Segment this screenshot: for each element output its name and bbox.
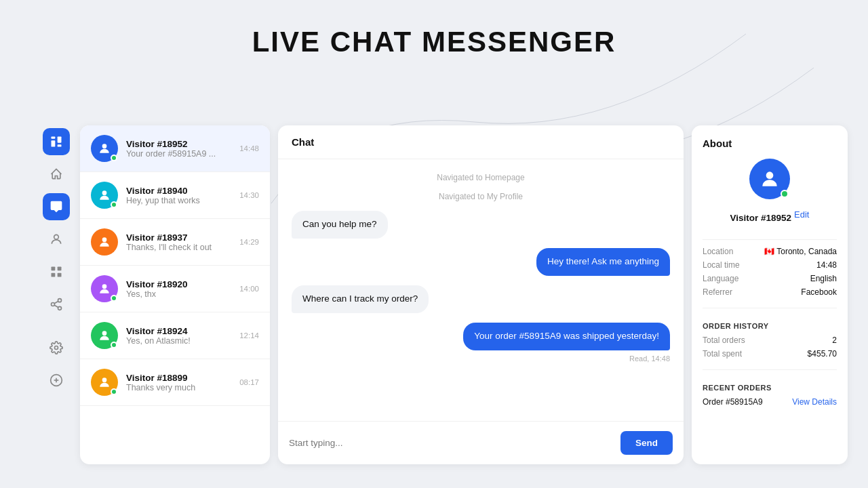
sidebar-item-chat[interactable] (43, 193, 70, 220)
flag-icon: 🇨🇦 (764, 247, 774, 256)
svg-point-20 (102, 237, 107, 242)
svg-rect-8 (57, 273, 61, 277)
svg-line-12 (54, 305, 58, 307)
message-bubble-outgoing: Hey there! Ask me anything (536, 248, 670, 276)
message-bubble-outgoing: Your order #58915A9 was shipped yesterda… (463, 323, 670, 350)
sidebar-item-home[interactable] (43, 161, 70, 188)
conv-info: Visitor #18952 Your order #58915A9 ... (126, 139, 231, 159)
online-indicator (781, 190, 789, 198)
svg-rect-6 (57, 267, 61, 271)
svg-rect-0 (51, 137, 55, 139)
avatar (91, 275, 118, 302)
avatar (91, 322, 118, 349)
about-visitor-name: Visitor #18952 (730, 213, 792, 223)
avatar (91, 135, 118, 162)
svg-rect-1 (51, 140, 55, 146)
about-edit-link[interactable]: Edit (794, 209, 809, 220)
avatar (91, 228, 118, 256)
conv-info: Visitor #18940 Hey, yup that works (126, 186, 231, 205)
conv-name: Visitor #18920 (126, 279, 231, 289)
online-dot (111, 201, 117, 208)
order-id: Order #58915A9 (703, 397, 763, 407)
svg-point-18 (102, 144, 107, 148)
svg-point-14 (54, 346, 58, 350)
conversation-item-18899[interactable]: Visitor #18899 Thanks very much 08:17 (80, 359, 270, 406)
svg-rect-7 (51, 273, 55, 277)
svg-point-19 (102, 190, 107, 195)
sidebar-item-add[interactable] (43, 367, 70, 394)
conv-preview: Thanks very much (126, 383, 231, 392)
conv-name: Visitor #18924 (126, 326, 231, 336)
svg-point-10 (51, 303, 54, 306)
conversation-item-18920[interactable]: Visitor #18920 Yes, thx 14:00 (80, 266, 270, 312)
about-panel: About Visitor #18952 Edit Location 🇨🇦 To… (692, 125, 848, 464)
localtime-label: Local time (703, 260, 740, 270)
svg-point-4 (54, 235, 58, 239)
chat-messages: Navigated to HomepageNavigated to My Pro… (278, 159, 684, 421)
chat-header: Chat (278, 125, 684, 159)
conv-preview: Hey, yup that works (126, 196, 231, 205)
localtime-value: 14:48 (816, 260, 837, 270)
chat-input-area: Send (278, 421, 684, 464)
send-button[interactable]: Send (620, 431, 673, 455)
total-orders-label: Total orders (703, 336, 745, 345)
conv-info: Visitor #18899 Thanks very much (126, 373, 231, 392)
avatar (91, 182, 118, 209)
conversation-item-18952[interactable]: Visitor #18952 Your order #58915A9 ... 1… (80, 125, 270, 172)
svg-point-23 (102, 378, 107, 382)
divider-1 (703, 239, 837, 240)
conv-time: 14:29 (239, 238, 259, 246)
svg-point-21 (102, 284, 107, 289)
conv-preview: Your order #58915A9 ... (126, 149, 231, 159)
sidebar-item-settings[interactable] (43, 334, 70, 361)
page-title: LIVE CHAT MESSENGER (252, 26, 616, 58)
message-bubble-incoming: Can you help me? (292, 211, 388, 239)
svg-rect-3 (57, 144, 61, 146)
read-receipt: Read, 14:48 (629, 354, 670, 363)
conv-info: Visitor #18937 Thanks, I'll check it out (126, 232, 231, 252)
about-location-row: Location 🇨🇦 Toronto, Canada (703, 247, 837, 256)
conv-time: 12:14 (239, 331, 259, 340)
about-language-row: Language English (703, 274, 837, 283)
referrer-value: Facebook (801, 287, 837, 297)
chat-input[interactable] (289, 438, 614, 448)
total-spent-label: Total spent (703, 349, 742, 359)
language-label: Language (703, 274, 738, 283)
svg-point-11 (58, 306, 61, 310)
conversation-item-18924[interactable]: Visitor #18924 Yes, on Atlasmic! 12:14 (80, 312, 270, 359)
total-spent-value: $455.70 (808, 349, 837, 359)
about-referrer-row: Referrer Facebook (703, 287, 837, 297)
conversation-item-18937[interactable]: Visitor #18937 Thanks, I'll check it out… (80, 219, 270, 266)
conv-name: Visitor #18940 (126, 186, 231, 196)
referrer-label: Referrer (703, 287, 732, 297)
svg-point-9 (58, 299, 61, 302)
about-header: About (703, 138, 837, 149)
conv-info: Visitor #18924 Yes, on Atlasmic! (126, 326, 231, 346)
conv-name: Visitor #18952 (126, 139, 231, 149)
conv-name: Visitor #18899 (126, 373, 231, 383)
conversation-item-18940[interactable]: Visitor #18940 Hey, yup that works 14:30 (80, 172, 270, 219)
sidebar-item-share[interactable] (43, 291, 70, 318)
svg-line-13 (54, 301, 58, 303)
online-dot (111, 342, 117, 348)
total-spent-row: Total spent $455.70 (703, 349, 837, 359)
sidebar-nav (37, 125, 75, 464)
svg-point-22 (102, 331, 107, 336)
svg-rect-2 (57, 137, 61, 143)
total-orders-row: Total orders 2 (703, 336, 837, 345)
svg-rect-5 (51, 267, 55, 271)
sidebar-item-dashboard[interactable] (43, 128, 70, 155)
conv-time: 14:48 (239, 144, 259, 152)
view-details-link[interactable]: View Details (792, 397, 837, 407)
online-dot (111, 388, 117, 395)
message-bubble-incoming: Where can I track my order? (292, 285, 429, 313)
sidebar-item-contacts[interactable] (43, 226, 70, 253)
sidebar-item-apps[interactable] (43, 258, 70, 285)
chat-panel: Chat Navigated to HomepageNavigated to M… (278, 125, 684, 464)
conv-preview: Thanks, I'll check it out (126, 243, 231, 252)
conv-preview: Yes, thx (126, 289, 231, 299)
divider-3 (703, 369, 837, 370)
recent-order-row: Order #58915A9 View Details (703, 397, 837, 407)
conv-time: 08:17 (239, 378, 259, 386)
divider-2 (703, 308, 837, 308)
